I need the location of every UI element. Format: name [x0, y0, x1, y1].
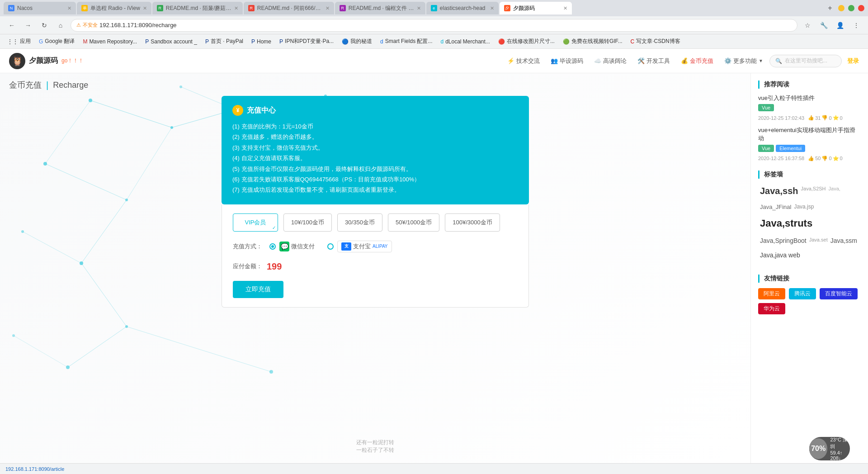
friend-link-baidu[interactable]: 百度智能云	[820, 288, 858, 299]
cloud-tag-5[interactable]: Java,struts	[760, 218, 812, 234]
tab-close-button[interactable]: ✕	[326, 5, 330, 11]
grad-icon: 👥	[551, 57, 558, 64]
sandbox-label: Sandbox account _	[151, 38, 197, 45]
weather-temp: 23°C 深圳	[830, 436, 850, 450]
tag-vue-2[interactable]: Vue	[758, 145, 774, 152]
svg-line-0	[90, 100, 172, 128]
reload-button[interactable]: ↻	[38, 19, 51, 32]
window-controls	[838, 5, 864, 11]
article-title-2[interactable]: vue+elementui实现移动端图片手指滑动	[758, 126, 861, 142]
sandbox-bookmark[interactable]: P Sandbox account _	[142, 37, 201, 47]
image-resize-bookmark[interactable]: 🔴 在线修改图片尺寸...	[495, 36, 558, 47]
cloud-tag-3[interactable]: Java_JFinal	[760, 204, 791, 215]
alipay-payment-option[interactable]: 支 支付宝 ALIPAY	[327, 241, 392, 252]
menu-button[interactable]: ⋮	[850, 19, 863, 32]
nav-tech-label: 技术交流	[516, 57, 540, 65]
csdn-bookmark[interactable]: C 写文章·CSDN博客	[627, 36, 684, 47]
paypal-home-bookmark[interactable]: P 首页 · PayPal	[202, 36, 247, 47]
site-logo[interactable]: 🦉 夕颜源码 go！！！	[9, 53, 84, 69]
tab-close-button[interactable]: ✕	[563, 5, 567, 11]
recharge-info-item-6: (7) 充值成功后若发现金币数量不变，请刷新页面或者重新登录。	[232, 185, 518, 195]
google-translate-bookmark[interactable]: G Google 翻译	[35, 36, 78, 47]
apps-icon: ⋮⋮	[7, 38, 18, 45]
cloud-tag-6[interactable]: Java,SpringBoot	[760, 237, 807, 249]
bookmark-button[interactable]: ☆	[801, 19, 814, 32]
wechat-radio[interactable]	[269, 243, 276, 250]
gif-convert-bookmark[interactable]: 🟢 免费在线视频转GIF...	[559, 36, 626, 47]
dlocal-bookmark[interactable]: d dLocal Merchant...	[437, 37, 493, 47]
nav-coin-recharge[interactable]: 💰 金币充值	[676, 54, 718, 68]
browser-tab-radio-iview[interactable]: 单 单选程 Radio - iView ✕	[77, 2, 151, 14]
article-title-1[interactable]: vue引入粒子特性插件	[758, 94, 861, 102]
friend-link-tencent[interactable]: 腾讯云	[789, 288, 816, 299]
login-button[interactable]: 登录	[847, 57, 859, 65]
tag-elementui-2[interactable]: Elementui	[776, 145, 805, 152]
close-button[interactable]	[858, 5, 864, 11]
discuss-icon: ☁️	[594, 57, 601, 64]
maven-bookmark[interactable]: M Maven Repository...	[79, 37, 141, 47]
friend-link-huawei[interactable]: 华为云	[758, 303, 785, 314]
tab-close-button[interactable]: ✕	[67, 5, 71, 11]
home-button[interactable]: ⌂	[54, 19, 67, 32]
ipn-bookmark[interactable]: P IPN和PDT变量·Pa...	[276, 36, 337, 47]
cloud-tag-7[interactable]: Java.set	[809, 237, 828, 249]
package-option-4[interactable]: 100¥/3000金币	[445, 213, 500, 232]
forward-button[interactable]: →	[22, 19, 34, 32]
security-warning-text: 不安全	[83, 22, 98, 28]
smart-fields-bookmark[interactable]: d Smart Fields 配置...	[377, 36, 436, 47]
new-tab-button[interactable]: +	[824, 2, 836, 14]
browser-tab-readme-2[interactable]: R README.md · 阿前666/管家拍· ✕	[244, 2, 334, 14]
tab-close-button[interactable]: ✕	[417, 5, 421, 11]
dislike-icon-2: 👎	[821, 156, 828, 161]
address-bar: ← → ↻ ⌂ ⚠ 不安全 192.168.1.171:8090/recharg…	[0, 16, 868, 34]
browser-tab-current[interactable]: 夕 夕颜源码 ✕	[500, 2, 572, 14]
home-bookmark[interactable]: P Home	[248, 37, 275, 47]
friend-links-title: 友情链接	[758, 275, 861, 283]
recharge-bottom-section: VIP会员10¥/100金币30/350金币50¥/1000金币100¥/300…	[222, 204, 529, 308]
temp-value: 23°C	[830, 437, 841, 442]
nav-tech-exchange[interactable]: ⚡ 技术交流	[503, 54, 544, 68]
address-input-display[interactable]: ⚠ 不安全 192.168.1.171:8090/recharge	[71, 19, 797, 32]
maximize-button[interactable]	[848, 5, 854, 11]
nav-discussion[interactable]: ☁️ 高谈阔论	[590, 54, 631, 68]
cloud-tag-4[interactable]: Java.jsp	[794, 204, 814, 215]
browser-tab-readme-3[interactable]: R README.md · 编框文件 · brigh... ✕	[335, 2, 425, 14]
nav-tools-label: 开发工具	[646, 57, 670, 65]
tab-title: elasticsearch-head	[440, 5, 487, 11]
csdn-icon: C	[631, 38, 635, 45]
cloud-tag-0[interactable]: Java,ssh	[760, 186, 798, 201]
tab-close-button[interactable]: ✕	[490, 5, 494, 11]
submit-recharge-button[interactable]: 立即充值	[233, 281, 283, 298]
friend-link-ali[interactable]: 阿里云	[758, 288, 785, 299]
browser-tab-readme-1[interactable]: R README.md · 陌蒹/蘑菇博客 · ✕	[152, 2, 243, 14]
search-icon: 🔍	[775, 58, 782, 64]
extensions-button[interactable]: 🔧	[817, 19, 830, 32]
profile-button[interactable]: 👤	[834, 19, 846, 32]
cloud-tag-2[interactable]: Java,	[829, 186, 840, 201]
search-box[interactable]: 🔍 在这里可劲搜吧...	[769, 55, 842, 67]
minimize-button[interactable]	[838, 5, 844, 11]
tag-vue-1[interactable]: Vue	[758, 104, 774, 111]
tab-close-button[interactable]: ✕	[234, 5, 238, 11]
cloud-tag-9[interactable]: Java,java web	[760, 251, 800, 263]
package-option-1[interactable]: 10¥/100金币	[283, 213, 332, 232]
nav-more[interactable]: ⚙️ 更多功能 ▼	[720, 54, 768, 68]
recharge-info-item-1: (2) 充值越多，赠送的金币越多。	[232, 132, 518, 142]
package-option-3[interactable]: 50¥/1000金币	[388, 213, 439, 232]
nav-dev-tools[interactable]: 🛠️ 开发工具	[633, 54, 675, 68]
cloud-tag-1[interactable]: Java,S2SH	[801, 186, 826, 201]
back-button[interactable]: ←	[5, 19, 18, 32]
alipay-radio[interactable]	[327, 243, 334, 250]
package-option-2[interactable]: 30/350金币	[337, 213, 382, 232]
browser-tab-nacos[interactable]: N Nacos ✕	[4, 2, 76, 14]
nav-graduation[interactable]: 👥 毕设源码	[546, 54, 588, 68]
apps-bookmark[interactable]: ⋮⋮ 应用	[4, 36, 34, 47]
tab-close-button[interactable]: ✕	[143, 5, 147, 11]
browser-tab-elasticsearch[interactable]: e elasticsearch-head ✕	[426, 2, 499, 14]
svg-point-25	[269, 370, 273, 374]
package-option-0[interactable]: VIP会员	[233, 213, 278, 232]
coin-header-icon: ¥	[232, 105, 243, 116]
cloud-tag-8[interactable]: Java,ssm	[830, 237, 857, 249]
wechat-payment-option[interactable]: 💬 微信支付	[269, 242, 315, 251]
secret-bookmark[interactable]: 🔵 我的秘道	[338, 36, 376, 47]
